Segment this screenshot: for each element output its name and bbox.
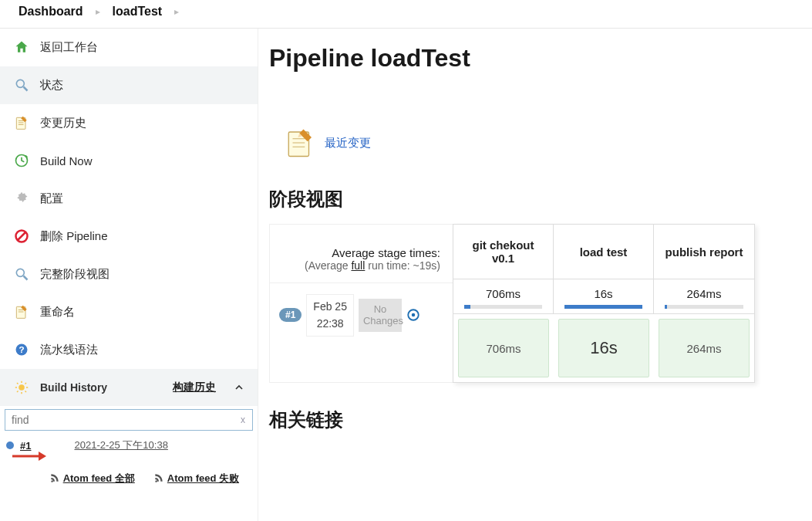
gear-icon bbox=[12, 189, 31, 208]
sidebar-item-label: 状态 bbox=[40, 78, 63, 93]
sidebar-item-configure[interactable]: 配置 bbox=[0, 180, 258, 218]
sidebar-item-label: 变更历史 bbox=[40, 116, 86, 130]
breadcrumb-item-loadtest[interactable]: loadTest bbox=[113, 5, 163, 19]
sun-icon bbox=[12, 378, 31, 397]
build-history-link[interactable]: 构建历史 bbox=[173, 381, 216, 394]
magnifier-icon bbox=[12, 76, 31, 94]
run-badge: #1 bbox=[279, 308, 302, 322]
breadcrumb: Dashboard ▸ loadTest ▸ bbox=[0, 0, 812, 29]
stage-avg-cell: 264ms bbox=[654, 279, 754, 314]
pointer-arrow-icon bbox=[0, 451, 258, 464]
search-input[interactable] bbox=[5, 409, 253, 431]
page-title: Pipeline loadTest bbox=[269, 44, 812, 73]
atom-feed-row: Atom feed 全部 Atom feed 失败 bbox=[0, 464, 258, 493]
svg-point-10 bbox=[16, 269, 24, 276]
svg-point-17 bbox=[19, 384, 25, 391]
sidebar-item-status[interactable]: 状态 bbox=[0, 66, 258, 104]
recent-changes-link[interactable]: 最近变更 bbox=[325, 136, 371, 151]
sidebar-item-rename[interactable]: 重命名 bbox=[0, 293, 258, 331]
sidebar-item-label: Build Now bbox=[40, 154, 93, 167]
svg-line-25 bbox=[25, 383, 27, 384]
chevron-right-icon: ▸ bbox=[174, 6, 179, 17]
sidebar-item-back[interactable]: 返回工作台 bbox=[0, 29, 258, 66]
build-history-header: Build History 构建历史 bbox=[0, 369, 258, 406]
svg-line-22 bbox=[17, 383, 19, 384]
stage-run-cell[interactable]: 16s bbox=[558, 319, 649, 377]
stage-table: git chekout v0.1 load test publish repor… bbox=[453, 224, 755, 383]
stage-view-table: Average stage times: (Average full run t… bbox=[269, 224, 812, 383]
notepad-icon bbox=[12, 303, 31, 321]
magnifier-icon bbox=[12, 265, 31, 283]
clock-icon bbox=[12, 151, 31, 170]
sidebar-item-label: 流水线语法 bbox=[40, 343, 98, 357]
svg-text:?: ? bbox=[19, 344, 24, 354]
svg-line-9 bbox=[18, 232, 25, 240]
rss-icon bbox=[49, 472, 60, 485]
recent-changes: 最近变更 bbox=[285, 127, 371, 159]
sidebar-item-delete[interactable]: 删除 Pipeline bbox=[0, 218, 258, 255]
build-history-title: Build History bbox=[40, 381, 107, 394]
sidebar-item-pipeline-syntax[interactable]: ? 流水线语法 bbox=[0, 331, 258, 369]
stage-header: git chekout v0.1 bbox=[453, 225, 554, 279]
stage-run-cell[interactable]: 706ms bbox=[458, 319, 549, 377]
run-label[interactable]: #1 Feb 25 22:38 No Changes bbox=[270, 283, 453, 347]
stage-row-labels: Average stage times: (Average full run t… bbox=[269, 224, 453, 383]
atom-feed-all-link[interactable]: Atom feed 全部 bbox=[49, 472, 135, 485]
stage-header: load test bbox=[554, 225, 654, 279]
atom-all-label: Atom feed 全部 bbox=[63, 472, 135, 485]
avg-stage-label: Average stage times: (Average full run t… bbox=[270, 225, 453, 283]
build-row[interactable]: #1 2021-2-25 下午10:38 bbox=[0, 434, 258, 452]
status-dot-icon bbox=[6, 441, 14, 449]
stage-avg-cell: 706ms bbox=[453, 279, 554, 314]
notepad-icon bbox=[12, 113, 31, 132]
stage-run-cell[interactable]: 264ms bbox=[659, 319, 750, 377]
notepad-icon bbox=[285, 127, 317, 159]
sidebar-item-label: 配置 bbox=[40, 191, 63, 206]
svg-point-32 bbox=[412, 313, 416, 317]
sidebar-item-full-stage-view[interactable]: 完整阶段视图 bbox=[0, 255, 258, 293]
clear-icon[interactable]: x bbox=[241, 414, 245, 425]
svg-line-23 bbox=[25, 391, 27, 393]
svg-line-24 bbox=[17, 391, 19, 393]
atom-failed-label: Atom feed 失败 bbox=[167, 472, 239, 485]
svg-line-1 bbox=[24, 87, 28, 91]
no-entry-icon bbox=[12, 227, 31, 245]
chevron-up-icon[interactable] bbox=[233, 381, 245, 394]
stage-view-title: 阶段视图 bbox=[269, 187, 812, 211]
target-icon[interactable] bbox=[406, 308, 420, 322]
no-changes-badge: No Changes bbox=[359, 299, 402, 332]
home-icon bbox=[12, 38, 31, 56]
sidebar-item-label: 重命名 bbox=[40, 305, 75, 320]
sidebar-item-label: 返回工作台 bbox=[40, 40, 98, 55]
build-search: x bbox=[0, 406, 258, 434]
help-icon: ? bbox=[12, 340, 31, 359]
stage-avg-cell: 16s bbox=[554, 279, 654, 314]
main-content: Pipeline loadTest 最近变更 阶段视图 Average stag… bbox=[258, 29, 812, 521]
sidebar-item-label: 删除 Pipeline bbox=[40, 229, 108, 244]
svg-line-11 bbox=[24, 276, 28, 280]
breadcrumb-item-dashboard[interactable]: Dashboard bbox=[19, 5, 83, 19]
stage-header: publish report bbox=[654, 225, 754, 279]
sidebar-item-label: 完整阶段视图 bbox=[40, 267, 110, 282]
build-date[interactable]: 2021-2-25 下午10:38 bbox=[74, 438, 167, 452]
run-date: Feb 25 22:38 bbox=[306, 294, 354, 337]
atom-feed-failed-link[interactable]: Atom feed 失败 bbox=[153, 472, 239, 485]
sidebar: 返回工作台 状态 变更历史 Build Now 配置 bbox=[0, 29, 258, 521]
sidebar-item-build-now[interactable]: Build Now bbox=[0, 142, 258, 180]
sidebar-item-changes[interactable]: 变更历史 bbox=[0, 104, 258, 142]
build-number-link[interactable]: #1 bbox=[20, 440, 31, 452]
rss-icon bbox=[153, 472, 164, 485]
svg-point-0 bbox=[16, 80, 24, 87]
related-links-title: 相关链接 bbox=[269, 408, 812, 432]
chevron-right-icon: ▸ bbox=[96, 6, 100, 17]
